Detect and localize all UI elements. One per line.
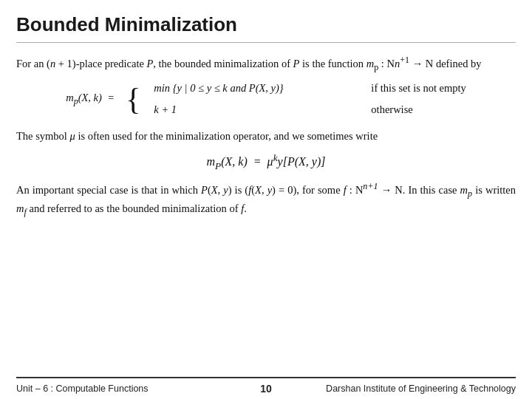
paragraph-1: For an (n + 1)-place predicate P, the bo…: [16, 53, 516, 74]
content-area: For an (n + 1)-place predicate P, the bo…: [16, 53, 516, 377]
slide-title: Bounded Minimalization: [16, 13, 516, 36]
p3-text: An important special case is that in whi…: [16, 184, 516, 215]
formula-2-block: mP(X, k) = μky[P(X, y)]: [16, 151, 516, 174]
brace-case-2: k + 1 otherwise: [154, 101, 466, 117]
paragraph-3: An important special case is that in whi…: [16, 180, 516, 219]
brace-cases: min {y | 0 ≤ y ≤ k and P(X, y)} if this …: [154, 80, 466, 117]
footer-right: Darshan Institute of Engineering & Techn…: [281, 383, 516, 394]
footer-left: Unit – 6 : Computable Functions: [16, 383, 251, 394]
paragraph-2: The symbol μ is often used for the minim…: [16, 128, 516, 144]
slide-container: Bounded Minimalization For an (n + 1)-pl…: [0, 0, 532, 399]
brace-case-1: min {y | 0 ≤ y ≤ k and P(X, y)} if this …: [154, 80, 466, 96]
footer: Unit – 6 : Computable Functions 10 Darsh…: [16, 377, 516, 399]
definition-brace-block: mp(X, k) = { min {y | 0 ≤ y ≤ k and P(X,…: [16, 80, 516, 117]
p2-text: The symbol μ is often used for the minim…: [16, 130, 378, 142]
formula-2: mP(X, k) = μky[P(X, y)]: [207, 151, 326, 174]
left-brace: {: [126, 83, 140, 115]
mp-lhs: mp(X, k) =: [66, 89, 120, 109]
case1-math: min {y | 0 ≤ y ≤ k and P(X, y)}: [154, 80, 361, 96]
case2-condition: otherwise: [371, 101, 412, 117]
p1-text-prefix: For an (n + 1)-place predicate P, the bo…: [16, 58, 482, 69]
title-divider: [16, 42, 516, 43]
case1-condition: if this set is not empty: [371, 80, 466, 96]
case2-math: k + 1: [154, 101, 361, 117]
footer-page-number: 10: [251, 383, 281, 395]
